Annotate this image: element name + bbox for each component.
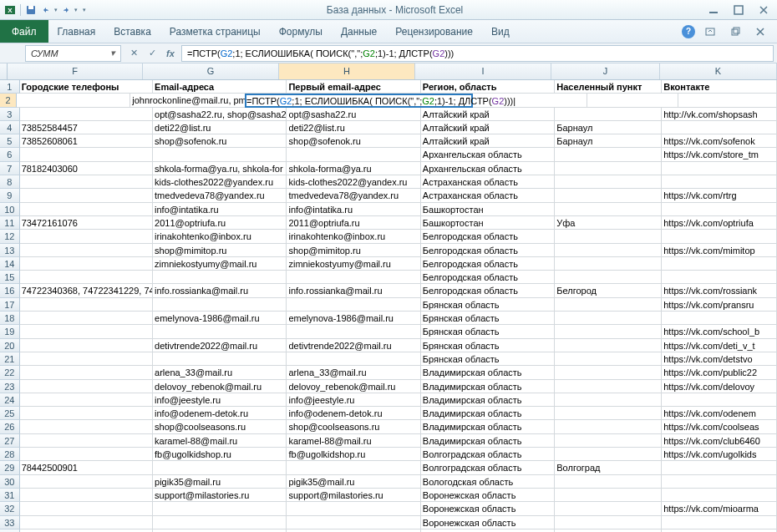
cell[interactable]: Алтайский край [421,134,555,148]
row-header[interactable]: 5 [0,134,20,148]
cell[interactable]: info.rossianka@mail.ru [287,284,420,297]
row-header[interactable]: 3 [0,108,20,121]
cell[interactable] [20,148,153,161]
cell[interactable] [153,325,287,338]
column-header-F[interactable]: F [8,63,143,79]
cell[interactable] [555,475,662,489]
cell[interactable]: Воронежская область [421,502,555,515]
cell[interactable]: https://vk.com/public22 [662,366,777,379]
enter-formula-icon[interactable]: ✓ [145,46,160,61]
cell[interactable]: https://vk.com/mioarma [662,502,777,515]
cell[interactable]: info@odenem-detok.ru [153,407,287,420]
cell[interactable] [20,434,153,448]
ribbon-close-icon[interactable] [750,25,770,38]
cell[interactable] [17,94,130,107]
cell[interactable] [20,108,153,121]
cell[interactable] [153,271,287,284]
row-header[interactable]: 25 [0,407,20,420]
cell[interactable]: shop@coolseasons.ru [153,420,287,433]
cell[interactable] [555,108,662,121]
row-header[interactable]: 1 [0,80,20,94]
row-header[interactable]: 14 [0,257,20,271]
cell[interactable]: Воронежская область [421,516,555,529]
cell[interactable] [287,298,420,312]
ribbon-restore-icon[interactable] [725,25,745,38]
cell[interactable] [153,352,287,366]
cell[interactable]: 73852608061 [20,134,153,148]
cell[interactable]: 74722340368, 74722341229, 7495 [20,284,153,297]
row-header[interactable]: 20 [0,339,20,352]
cell-header[interactable]: Вконтакте [662,80,777,94]
row-header[interactable]: 19 [0,325,20,338]
cell[interactable]: Владимирская область [421,420,555,433]
tab-formulas[interactable]: Формулы [270,20,332,43]
cell[interactable] [20,502,153,515]
cell[interactable] [555,162,662,175]
row-header[interactable]: 12 [0,230,20,243]
cell[interactable] [153,298,287,312]
cell[interactable] [555,271,662,284]
cell[interactable] [20,475,153,489]
cell[interactable]: shop@coolseasons.ru [287,420,420,433]
cell[interactable]: detivtrende2022@mail.ru [287,339,420,352]
cell[interactable]: shop@sofenok.ru [287,134,420,148]
cell[interactable] [20,489,153,502]
cell[interactable]: Белгород [555,284,662,297]
cell[interactable]: Уфа [555,216,662,230]
cell[interactable]: support@milastories.ru [287,489,420,502]
cell[interactable]: https://vk.com/pransru [662,298,777,312]
cell[interactable]: Белгородская область [421,284,555,297]
row-header[interactable]: 18 [0,312,20,325]
redo-icon[interactable] [59,3,73,17]
tab-page-layout[interactable]: Разметка страницы [160,20,270,43]
cell[interactable] [20,203,153,216]
row-header[interactable]: 32 [0,502,20,515]
row-header[interactable]: 11 [0,216,20,230]
cell[interactable]: Архангельская область [421,148,555,161]
cell[interactable]: Владимирская область [421,434,555,448]
cell[interactable]: https://vk.com/store_tm [662,148,777,161]
cell[interactable]: irinakohtenko@inbox.ru [287,230,420,243]
cell[interactable]: emelynova-1986@mail.ru [287,312,420,325]
cell[interactable] [153,516,287,529]
cell-header[interactable]: Регион, область [421,80,555,94]
cell[interactable] [587,94,678,107]
close-button[interactable] [754,3,774,17]
cell[interactable]: Башкортостан [421,216,555,230]
cell[interactable] [287,148,420,161]
cell[interactable] [555,434,662,448]
cell[interactable]: Волгоградская область [421,461,555,474]
cell[interactable]: https://vk.com/sofenok [662,134,777,148]
row-header[interactable]: 16 [0,284,20,297]
cell[interactable] [287,502,420,515]
cell[interactable] [555,516,662,529]
minimize-button[interactable] [703,3,724,17]
row-header[interactable]: 7 [0,162,20,175]
row-header[interactable]: 26 [0,420,20,433]
cell[interactable]: Белгородская область [421,257,555,271]
cell[interactable]: 78182403060 [20,162,153,175]
cell[interactable] [555,420,662,433]
cancel-formula-icon[interactable]: ✕ [126,46,141,61]
cell[interactable]: deti22@list.ru [287,121,420,134]
cell[interactable] [662,121,777,134]
cell[interactable]: shop@mimitop.ru [287,244,420,257]
spreadsheet-grid[interactable]: FGHIJK 1Городские телефоныEmail-адресаПе… [0,63,777,532]
cell[interactable]: Владимирская область [421,393,555,407]
fx-icon[interactable]: fx [163,46,178,61]
cell[interactable] [555,380,662,393]
cell[interactable] [555,407,662,420]
row-header[interactable]: 27 [0,434,20,448]
cell-header[interactable]: Первый email-адрес [287,80,420,94]
cell[interactable]: 2011@optriufa.ru [287,216,420,230]
cell[interactable]: Владимирская область [421,380,555,393]
cell[interactable]: 73852584457 [20,121,153,134]
cell[interactable]: deti22@list.ru [153,121,287,134]
tab-view[interactable]: Вид [482,20,519,43]
cell[interactable]: emelynova-1986@mail.ru [153,312,287,325]
cell[interactable]: https://vk.com/detstvo [662,352,777,366]
row-header[interactable]: 17 [0,298,20,312]
cell[interactable] [662,162,777,175]
cell[interactable] [287,352,420,366]
cell[interactable] [662,257,777,271]
